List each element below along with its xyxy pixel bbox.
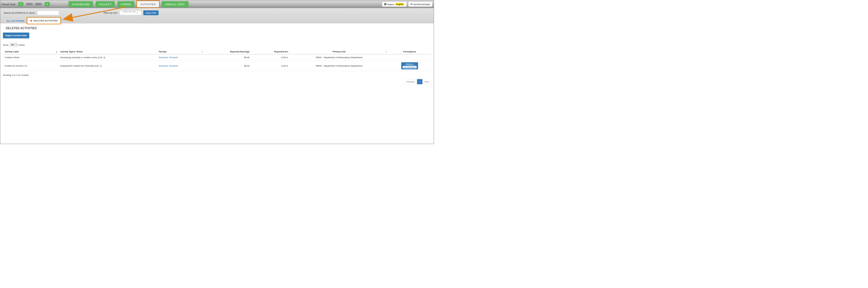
cell-activity-type: Developing scholarly or creative works (… [59, 55, 157, 61]
search-label: Search by UCPath ID or name: [4, 11, 35, 14]
export-button[interactable]: Export current data [3, 33, 29, 38]
cell-form: Category I Not Submitted [388, 61, 431, 71]
tab-all-label: ALL ACTIVITIES [7, 20, 24, 22]
notifications-button[interactable]: ✉ NOTIFICATIONS [408, 2, 432, 7]
x-icon: ✖ [30, 19, 32, 22]
col-faculty[interactable]: Faculty [157, 49, 204, 55]
sort-icon [248, 50, 250, 53]
status-legend-button[interactable]: ? Status Legend [382, 2, 407, 7]
unit-filter-label: Filter by Unit: [103, 11, 117, 14]
filter-bar: Search by UCPath ID or name: Filter by U… [0, 8, 434, 24]
cell-earnings: $0.00 [204, 55, 251, 61]
col-hrs[interactable]: Reported Hrs [251, 49, 290, 55]
tab-all-activities[interactable]: ALL ACTIVITIES [4, 20, 24, 24]
length-prefix: Show [3, 43, 8, 46]
stack-icon [4, 20, 6, 22]
sort-icon [202, 50, 203, 53]
notifications-label: NOTIFICATIONS [413, 3, 430, 5]
unit-select[interactable]: -- Select an unit -- ▼ [120, 11, 142, 15]
help-icon: ? [384, 3, 387, 5]
cell-unit: 99991 - Department of Redundancy Departm… [290, 55, 389, 61]
nav-dashboard[interactable]: DASHBOARD [69, 1, 93, 7]
legend-pill: Legend [395, 3, 404, 5]
top-right-controls: ? Status Legend ✉ NOTIFICATIONS [382, 2, 432, 7]
col-primary-unit[interactable]: Primary Unit [290, 49, 389, 55]
chevron-down-icon: ▼ [136, 12, 138, 13]
cell-earnings: $0.00 [204, 61, 251, 71]
sort-icon [287, 50, 288, 53]
activity-tabs: ALL ACTIVITIES ✖ DELETED ACTIVITIES [4, 18, 430, 24]
search-input[interactable] [37, 11, 59, 15]
length-control: Show 100 entries [3, 43, 431, 47]
nav-faculty[interactable]: FACULTY [96, 1, 115, 7]
cell-form [388, 55, 431, 61]
tab-deleted-activities[interactable]: ✖ DELETED ACTIVITIES [27, 18, 60, 24]
form-category: Category I [405, 63, 414, 65]
pager-page-1[interactable]: 1 [417, 79, 423, 84]
table-header-row: Activity Label Activity Types / Roles Fa… [3, 49, 431, 55]
faculty-link[interactable]: Blackwell, Elizabeth [159, 65, 178, 67]
fiscal-year-value: 2021 - 2022 [25, 3, 43, 6]
faculty-link[interactable]: Blackwell, Elizabeth [159, 56, 178, 59]
table-info: Showing 1 to 2 of 2 entries [3, 74, 431, 76]
nav-activities[interactable]: ACTIVITIES [137, 1, 159, 7]
col-activity-types[interactable]: Activity Types / Roles [59, 49, 157, 55]
fiscal-year-label: Fiscal Year: [2, 3, 16, 6]
pagination: Previous 1 Next [3, 79, 431, 84]
form-status: Not Submitted [403, 66, 417, 68]
status-label: Status [387, 3, 394, 5]
cell-activity-label: Creative Works [3, 55, 59, 61]
col-activity-label[interactable]: Activity Label [3, 49, 59, 55]
cell-activity-type: Employment outside the University (Cat. … [59, 61, 157, 71]
envelope-icon: ✉ [410, 3, 412, 5]
nav-forms[interactable]: FORMS [117, 1, 134, 7]
pager-next[interactable]: Next [423, 79, 431, 84]
apply-filter-button[interactable]: Apply Filter [144, 10, 159, 15]
page-title: DELETED ACTIVITIES [6, 27, 431, 30]
table-row: Creative Works Developing scholarly or c… [3, 55, 431, 61]
length-suffix: entries [18, 43, 25, 46]
nav-annual-cert[interactable]: ANNUAL CERT. [162, 1, 189, 7]
sort-icon [385, 50, 387, 53]
length-select[interactable]: 100 [9, 43, 18, 47]
fiscal-prev-button[interactable]: < [18, 2, 24, 6]
fiscal-next-button[interactable]: > [44, 2, 50, 6]
sort-icon [56, 50, 57, 53]
pager-previous[interactable]: Previous [404, 79, 417, 84]
cell-activity-label: Position at Johnson Co. [3, 61, 59, 71]
col-earnings[interactable]: Reported Earnings [204, 49, 251, 55]
col-form-queue[interactable]: Form/Queue [388, 49, 431, 55]
table-row: Position at Johnson Co. Employment outsi… [3, 61, 431, 71]
top-nav-bar: Fiscal Year: < 2021 - 2022 > DASHBOARD F… [0, 0, 434, 8]
main-content: DELETED ACTIVITIES Export current data S… [0, 24, 434, 86]
main-nav: DASHBOARD FACULTY FORMS ACTIVITIES ANNUA… [69, 1, 189, 7]
cell-hrs: 0.00 hr [251, 55, 290, 61]
activities-table: Activity Label Activity Types / Roles Fa… [3, 49, 431, 71]
form-queue-badge[interactable]: Category I Not Submitted [401, 62, 418, 69]
tab-deleted-label: DELETED ACTIVITIES [33, 20, 57, 22]
cell-unit: 99991 - Department of Redundancy Departm… [290, 61, 389, 71]
cell-hrs: 0.00 hr [251, 61, 290, 71]
unit-select-placeholder: -- Select an unit -- [121, 10, 136, 15]
